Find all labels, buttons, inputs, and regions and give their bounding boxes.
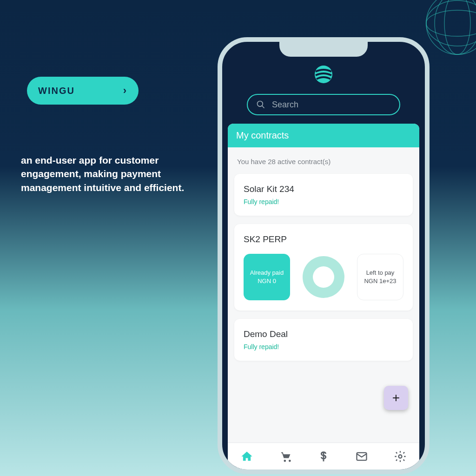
svg-point-1 [426, 10, 476, 36]
svg-point-4 [435, 0, 476, 54]
wingu-button[interactable]: WINGU › [27, 77, 139, 105]
svg-point-9 [398, 455, 402, 458]
cart-icon [279, 450, 292, 463]
globe-decoration [425, 0, 476, 56]
gear-icon [394, 450, 407, 463]
wingu-label: WINGU [38, 86, 75, 96]
left-value: NGN 1e+23 [364, 277, 396, 285]
search-bar[interactable] [247, 94, 400, 115]
nav-mail[interactable] [355, 450, 368, 463]
contract-card[interactable]: Demo Deal Fully repaid! [234, 319, 413, 361]
phone-notch [279, 41, 368, 57]
search-input[interactable] [272, 100, 391, 110]
home-icon [240, 450, 253, 463]
panel-title: My contracts [228, 124, 419, 147]
contract-status: Fully repaid! [244, 198, 403, 205]
phone-mockup: My contracts You have 28 active contract… [218, 37, 430, 474]
dollar-icon [317, 450, 330, 463]
svg-point-6 [258, 101, 263, 107]
tagline-text: an end-user app for customer engagement,… [21, 153, 198, 194]
bottom-nav [228, 443, 419, 469]
nav-settings[interactable] [394, 450, 407, 463]
contract-status: Fully repaid! [244, 343, 403, 350]
contract-name: SK2 PERP [244, 234, 403, 245]
progress-donut-icon [303, 256, 344, 298]
contract-name: Solar Kit 234 [244, 184, 403, 194]
plus-icon: + [392, 390, 400, 405]
paid-value: NGN 0 [258, 277, 276, 285]
svg-line-7 [262, 106, 264, 108]
contracts-panel: My contracts You have 28 active contract… [228, 124, 419, 443]
left-to-pay-box: Left to pay NGN 1e+23 [357, 254, 403, 300]
search-icon [256, 100, 265, 109]
left-label: Left to pay [366, 269, 395, 277]
nav-home[interactable] [240, 450, 253, 463]
add-button[interactable]: + [384, 386, 408, 410]
svg-point-0 [426, 0, 476, 54]
already-paid-box: Already paid NGN 0 [244, 254, 290, 300]
chevron-right-icon: › [123, 85, 127, 97]
svg-point-2 [426, 0, 476, 46]
paid-label: Already paid [250, 269, 284, 277]
contracts-summary: You have 28 active contract(s) [237, 158, 410, 165]
nav-cart[interactable] [279, 450, 292, 463]
payment-stats: Already paid NGN 0 Left to pay NGN 1e+23 [244, 254, 403, 300]
app-logo-icon [314, 65, 333, 84]
contract-card[interactable]: SK2 PERP Already paid NGN 0 Left to pay … [234, 224, 413, 311]
mail-icon [355, 450, 368, 463]
contract-card[interactable]: Solar Kit 234 Fully repaid! [234, 174, 413, 216]
contract-name: Demo Deal [244, 329, 403, 339]
svg-point-3 [444, 0, 470, 54]
nav-payments[interactable] [317, 450, 330, 463]
